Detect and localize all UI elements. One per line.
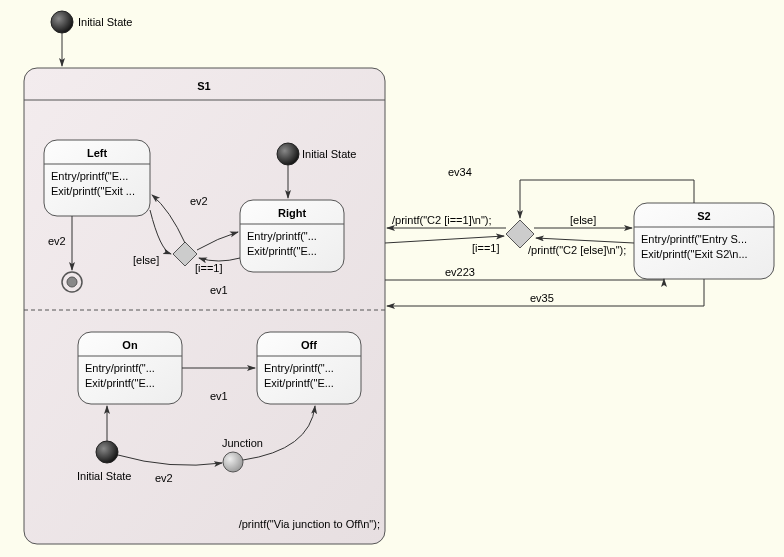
state-on-title: On [122, 339, 138, 351]
edge-ev35-label: ev35 [530, 292, 554, 304]
state-left-exit: Exit/printf("Exit ... [51, 185, 135, 197]
edge-ev223-label: ev223 [445, 266, 475, 278]
c2-guard-i1: [i==1] [472, 242, 500, 254]
edge-ev2-choice-label: ev2 [190, 195, 208, 207]
initial-region-b-label: Initial State [77, 470, 131, 482]
edge-ev2-left-label: ev2 [48, 235, 66, 247]
state-s2-exit: Exit/printf("Exit S2\n... [641, 248, 748, 260]
junction-action-label: /printf("Via junction to Off\n"); [239, 518, 380, 530]
guard-else-region-a: [else] [133, 254, 159, 266]
state-s2-title: S2 [697, 210, 710, 222]
initial-region-a-icon [277, 143, 299, 165]
initial-region-b-icon [96, 441, 118, 463]
c2-action-i1: /printf("C2 [i==1]\n"); [392, 214, 492, 226]
state-s2-entry: Entry/printf("Entry S... [641, 233, 747, 245]
state-s1-title: S1 [197, 80, 210, 92]
state-on-exit: Exit/printf("E... [85, 377, 155, 389]
junction-label: Junction [222, 437, 263, 449]
edge-ev1-on-off-label: ev1 [210, 390, 228, 402]
state-left-entry: Entry/printf("E... [51, 170, 128, 182]
state-off-entry: Entry/printf("... [264, 362, 334, 374]
state-off-exit: Exit/printf("E... [264, 377, 334, 389]
c2-action-else: /printf("C2 [else]\n"); [528, 244, 626, 256]
edge-ev1-right-label: ev1 [210, 284, 228, 296]
initial-state-label: Initial State [78, 16, 132, 28]
guard-i1-region-a: [i==1] [195, 262, 223, 274]
edge-ev2-junction-label: ev2 [155, 472, 173, 484]
edge-s2-to-c2-bottom [536, 238, 634, 243]
edge-ev34-label: ev34 [448, 166, 472, 178]
state-on-entry: Entry/printf("... [85, 362, 155, 374]
edge-ev223 [385, 279, 664, 280]
final-state-inner [67, 277, 77, 287]
state-off-title: Off [301, 339, 317, 351]
junction-icon [223, 452, 243, 472]
state-right-exit: Exit/printf("E... [247, 245, 317, 257]
initial-region-a-label: Initial State [302, 148, 356, 160]
state-right-title: Right [278, 207, 306, 219]
c2-guard-else: [else] [570, 214, 596, 226]
initial-state-icon [51, 11, 73, 33]
state-left-title: Left [87, 147, 108, 159]
state-right-entry: Entry/printf("... [247, 230, 317, 242]
